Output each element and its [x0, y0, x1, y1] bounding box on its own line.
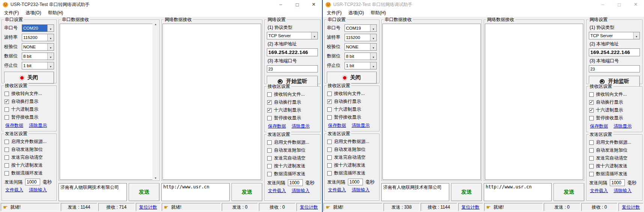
stop-bits-select[interactable]: 1 bit	[345, 62, 377, 69]
option-checkbox[interactable]	[267, 164, 272, 168]
serial-port-select[interactable]: COM19	[345, 24, 377, 32]
option-checkbox[interactable]	[327, 107, 332, 112]
select-arrow-button[interactable]	[370, 44, 376, 50]
select-arrow-button[interactable]	[311, 32, 317, 39]
reset-count-network-button[interactable]: 复位计数	[296, 203, 321, 211]
select-arrow-button[interactable]	[47, 53, 54, 60]
option-checkbox[interactable]	[327, 99, 332, 104]
option-checkbox[interactable]	[267, 172, 272, 176]
network-clear-input-link[interactable]: 清除输入	[292, 188, 310, 194]
option-checkbox[interactable]	[589, 148, 594, 153]
local-ip-field[interactable]: 169.254.222.146	[267, 48, 318, 56]
option-checkbox[interactable]	[589, 116, 594, 120]
data-bits-select[interactable]: 8 bit	[345, 53, 377, 60]
serial-send-button[interactable]: 发送	[129, 183, 159, 201]
option-checkbox[interactable]	[5, 163, 9, 168]
network-save-data-link[interactable]: 保存数据	[268, 123, 286, 129]
select-arrow-button[interactable]	[47, 34, 54, 41]
select-arrow-button[interactable]	[47, 62, 54, 69]
menu-item-help[interactable]: 帮助(H)	[367, 10, 390, 16]
serial-clear-display-link[interactable]: 清除显示	[352, 122, 370, 129]
network-send-button[interactable]: 发送	[554, 183, 584, 201]
send-interval-field[interactable]: 1000	[25, 179, 40, 185]
menu-item-options[interactable]: 选项(O)	[22, 10, 44, 16]
serial-recv-area[interactable]	[382, 24, 481, 180]
option-checkbox[interactable]	[267, 100, 272, 105]
network-clear-display-link[interactable]: 清除显示	[292, 123, 310, 129]
close-serial-button[interactable]: 关闭	[327, 72, 377, 84]
option-checkbox[interactable]	[589, 100, 594, 105]
network-send-button[interactable]: 发送	[232, 183, 262, 201]
select-arrow-button[interactable]	[370, 53, 376, 60]
serial-recv-area[interactable]	[60, 24, 158, 180]
network-clear-display-link[interactable]: 清除显示	[614, 123, 632, 129]
serial-send-input[interactable]: 济南有人物联网技术有限公司	[381, 183, 449, 201]
select-arrow-button[interactable]	[633, 32, 639, 39]
maximize-button[interactable]	[611, 0, 627, 9]
menu-item-options[interactable]: 选项(O)	[345, 10, 367, 16]
reset-count-serial-button[interactable]: 复位计数	[458, 203, 483, 211]
option-checkbox[interactable]	[589, 108, 594, 113]
serial-send-button[interactable]: 发送	[451, 183, 482, 201]
option-checkbox[interactable]	[267, 108, 272, 113]
option-checkbox[interactable]	[267, 92, 272, 97]
serial-port-select[interactable]: COM20	[22, 24, 54, 32]
option-checkbox[interactable]	[267, 116, 272, 120]
serial-clear-input-link[interactable]: 清除输入	[29, 187, 47, 193]
protocol-select[interactable]: TCP Server	[267, 32, 318, 39]
option-checkbox[interactable]	[327, 140, 332, 144]
send-interval-field[interactable]: 1000	[348, 179, 363, 185]
option-checkbox[interactable]	[267, 148, 272, 153]
baud-rate-select[interactable]: 115200	[22, 34, 54, 41]
option-checkbox[interactable]	[327, 147, 332, 152]
option-checkbox[interactable]	[267, 140, 272, 145]
select-arrow-button[interactable]	[370, 34, 376, 41]
option-checkbox[interactable]	[589, 140, 594, 145]
network-load-file-link[interactable]: 文件载入	[590, 188, 608, 194]
minimize-button[interactable]	[594, 0, 611, 9]
select-arrow-button[interactable]	[47, 25, 54, 32]
option-checkbox[interactable]	[327, 171, 332, 176]
option-checkbox[interactable]	[5, 147, 9, 152]
maximize-button[interactable]	[289, 0, 305, 9]
reset-count-serial-button[interactable]: 复位计数	[136, 203, 161, 211]
baud-rate-select[interactable]: 115200	[345, 34, 377, 41]
option-checkbox[interactable]	[5, 107, 9, 112]
close-serial-button[interactable]: 关闭	[4, 72, 54, 84]
protocol-select[interactable]: TCP Server	[589, 32, 640, 39]
menu-item-file[interactable]: 文件(F)	[324, 10, 345, 16]
option-checkbox[interactable]	[5, 155, 9, 160]
option-checkbox[interactable]	[5, 99, 9, 104]
option-checkbox[interactable]	[327, 155, 332, 160]
serial-load-file-link[interactable]: 文件载入	[5, 187, 23, 193]
network-send-input[interactable]: http://www.usr.cn	[484, 183, 552, 201]
option-checkbox[interactable]	[5, 115, 9, 120]
local-port-field[interactable]: 23	[589, 65, 640, 72]
serial-save-data-link[interactable]: 保存数据	[328, 122, 346, 129]
parity-select[interactable]: NONE	[345, 43, 377, 51]
option-checkbox[interactable]	[267, 156, 272, 161]
serial-load-file-link[interactable]: 文件载入	[328, 187, 346, 193]
local-port-field[interactable]: 23	[267, 65, 318, 72]
minimize-button[interactable]	[272, 0, 289, 9]
serial-clear-input-link[interactable]: 清除输入	[352, 187, 370, 193]
close-button[interactable]	[627, 0, 644, 9]
serial-save-data-link[interactable]: 保存数据	[5, 122, 23, 129]
network-load-file-link[interactable]: 文件载入	[268, 188, 286, 194]
scroll-down-button[interactable]	[152, 174, 159, 180]
option-checkbox[interactable]	[589, 92, 594, 97]
scrollbar[interactable]	[152, 20, 159, 180]
network-save-data-link[interactable]: 保存数据	[590, 123, 608, 129]
option-checkbox[interactable]	[5, 171, 9, 176]
option-checkbox[interactable]	[5, 92, 9, 96]
close-button[interactable]	[305, 0, 322, 9]
reset-count-network-button[interactable]: 复位计数	[618, 203, 643, 211]
option-checkbox[interactable]	[327, 92, 332, 96]
option-checkbox[interactable]	[327, 163, 332, 168]
option-checkbox[interactable]	[5, 140, 9, 144]
select-arrow-button[interactable]	[370, 25, 376, 32]
send-interval-field[interactable]: 1000	[288, 179, 303, 186]
send-interval-field[interactable]: 1000	[610, 179, 625, 186]
stop-bits-select[interactable]: 1 bit	[22, 62, 54, 69]
network-recv-area[interactable]	[163, 24, 261, 180]
